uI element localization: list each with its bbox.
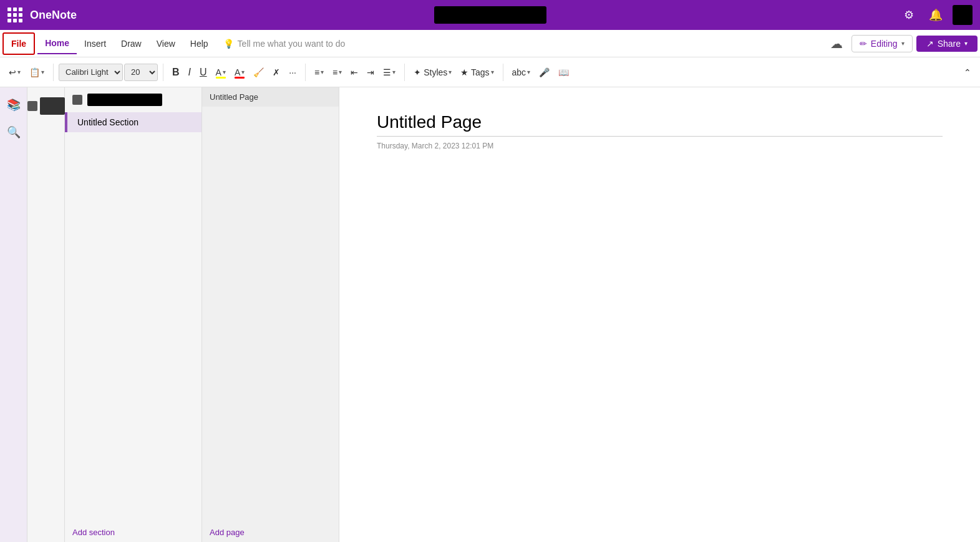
underline-button[interactable]: U (196, 64, 211, 80)
format-group: B I U A▾ A▾ 🧹 ✗ ··· (168, 64, 300, 80)
page-title-input[interactable] (377, 112, 943, 137)
notebook-icon (27, 101, 37, 111)
notebook-panel (27, 87, 65, 542)
tools-group: abc▾ 🎤 📖 (508, 65, 573, 80)
align-button[interactable]: ☰▾ (379, 65, 399, 80)
bold-button[interactable]: B (168, 64, 183, 80)
bullets-button[interactable]: ≡▾ (311, 65, 327, 80)
separator-2 (163, 64, 163, 81)
notification-button[interactable]: 🔔 (924, 6, 948, 24)
menu-right-actions: ☁ ✏ Editing ▾ ↗ Share ▾ (825, 34, 978, 54)
spellcheck-button[interactable]: abc▾ (508, 65, 535, 80)
page-timestamp: Thursday, March 2, 2023 12:01 PM (377, 142, 943, 150)
toolbar: ↩▾ 📋▾ Calibri Light 20 B I U A▾ A▾ 🧹 ✗ ·… (0, 57, 980, 87)
separator-1 (53, 64, 54, 81)
numbered-button[interactable]: ≡▾ (329, 65, 346, 80)
settings-button[interactable]: ⚙ (899, 6, 919, 24)
main-layout: 📚 🔍 Untitled Section Add section Untitle… (0, 87, 980, 542)
share-label: Share (938, 39, 961, 49)
ribbon-collapse-button[interactable]: ⌃ (960, 65, 975, 80)
immersive-reader-button[interactable]: 📖 (555, 65, 573, 80)
undo-button[interactable]: ↩▾ (5, 65, 24, 80)
pages-panel: Untitled Page Add page (202, 87, 339, 542)
separator-3 (305, 64, 306, 81)
editing-button[interactable]: ✏ Editing ▾ (851, 35, 913, 52)
separator-5 (503, 64, 503, 81)
menu-bar: File Home Insert Draw View Help 💡 Tell m… (0, 30, 980, 57)
lightbulb-icon: 💡 (223, 39, 234, 49)
indent-button[interactable]: ⇥ (363, 65, 378, 80)
title-search-bar (434, 6, 546, 24)
clear-format-button[interactable]: ✗ (269, 65, 284, 80)
menu-insert[interactable]: Insert (77, 34, 114, 54)
outdent-button[interactable]: ⇤ (347, 65, 362, 80)
styles-button[interactable]: ✦ Styles▾ (410, 65, 455, 80)
font-size-select[interactable]: 20 (124, 64, 158, 81)
section-header (65, 87, 201, 112)
italic-button[interactable]: I (185, 64, 195, 80)
editing-label: Editing (871, 39, 898, 49)
separator-4 (404, 64, 405, 81)
page-content-editor[interactable] (377, 163, 943, 412)
section-item[interactable]: Untitled Section (65, 112, 201, 132)
search-placeholder-text: Tell me what you want to do (238, 39, 346, 49)
avatar[interactable] (953, 5, 973, 25)
font-group: Calibri Light 20 (59, 64, 158, 81)
undo-group: ↩▾ 📋▾ (5, 65, 48, 80)
pencil-icon: ✏ (860, 39, 867, 49)
font-family-select[interactable]: Calibri Light (59, 64, 123, 81)
content-area: Thursday, March 2, 2023 12:01 PM (339, 87, 980, 542)
share-icon: ↗ (926, 39, 934, 49)
sidebar-item-search[interactable]: 🔍 (4, 122, 24, 142)
menu-draw[interactable]: Draw (114, 34, 149, 54)
font-color-button[interactable]: A▾ (231, 65, 248, 80)
menu-file[interactable]: File (2, 32, 35, 55)
section-item-label: Untitled Section (77, 117, 138, 127)
dictate-button[interactable]: 🎤 (535, 65, 553, 80)
menu-help[interactable]: Help (183, 34, 216, 54)
title-bar: OneNote ⚙ 🔔 (0, 0, 980, 30)
section-name-bar (87, 94, 162, 106)
notebook-name-bar (40, 97, 65, 115)
more-button[interactable]: ··· (285, 65, 300, 80)
page-item[interactable]: Untitled Page (202, 87, 339, 107)
add-section-button[interactable]: Add section (65, 523, 201, 542)
app-name: OneNote (30, 9, 77, 22)
highlight-button[interactable]: A▾ (212, 65, 230, 80)
tags-button[interactable]: ★ Tags▾ (457, 65, 497, 80)
add-page-button[interactable]: Add page (202, 523, 339, 542)
clipboard-button[interactable]: 📋▾ (26, 65, 48, 80)
styles-group: ✦ Styles▾ ★ Tags▾ (410, 65, 497, 80)
sidebar-icons: 📚 🔍 (0, 87, 27, 542)
share-chevron-icon: ▾ (964, 40, 968, 47)
share-button[interactable]: ↗ Share ▾ (916, 36, 978, 52)
title-actions: ⚙ 🔔 (899, 5, 973, 25)
menu-view[interactable]: View (149, 34, 183, 54)
chevron-down-icon: ▾ (901, 40, 905, 47)
menu-search[interactable]: 💡 Tell me what you want to do (223, 39, 825, 49)
section-header-icon (72, 95, 82, 105)
section-panel: Untitled Section Add section (65, 87, 202, 542)
list-group: ≡▾ ≡▾ ⇤ ⇥ ☰▾ (311, 65, 399, 80)
cloud-button[interactable]: ☁ (825, 34, 848, 54)
menu-home[interactable]: Home (37, 33, 77, 54)
eraser-button[interactable]: 🧹 (250, 65, 268, 80)
waffle-icon[interactable] (7, 7, 22, 22)
sidebar-item-notebooks[interactable]: 📚 (4, 95, 24, 115)
